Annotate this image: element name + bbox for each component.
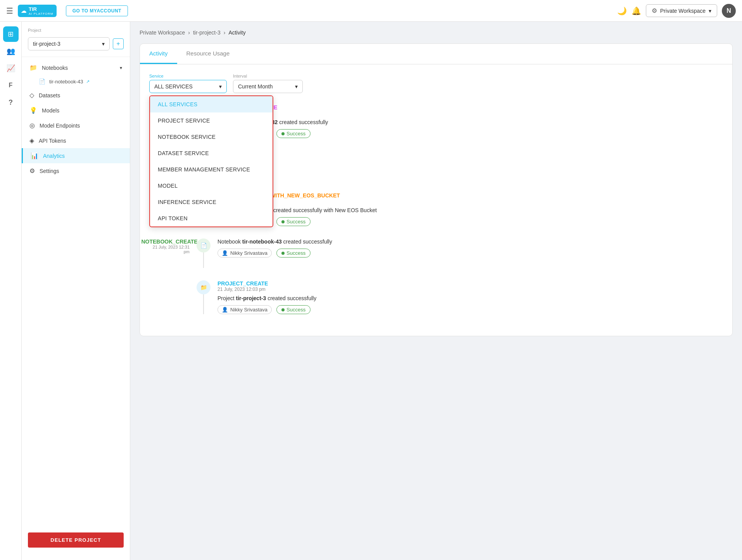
service-filter-value: ALL SERVICES — [154, 83, 193, 90]
external-link-icon: ↗ — [86, 79, 90, 84]
settings-icon: ⚙ — [29, 167, 35, 175]
breadcrumb-current: Activity — [228, 29, 245, 36]
tab-resource-usage[interactable]: Resource Usage — [177, 44, 239, 64]
timeline-line-project — [203, 294, 204, 314]
logo-subtitle: AI PLATFORM — [29, 12, 53, 16]
analytics-nav-icon: 📊 — [31, 152, 38, 159]
notebook-event-date-left: 21 July, 2023 12:31 pm — [149, 245, 190, 254]
dropdown-item-api-token[interactable]: API TOKEN — [150, 210, 273, 226]
nav-item-models[interactable]: 💡 Models — [22, 103, 130, 118]
service-filter-select[interactable]: ALL SERVICES ▾ — [149, 80, 227, 93]
content-card: Activity Resource Usage Service ALL SERV… — [140, 43, 733, 336]
timeline-entry-project: 📁 PROJECT_CREATE 21 July, 2023 12:03 pm … — [149, 280, 723, 314]
nav-item-api-tokens[interactable]: ◈ API Tokens — [22, 133, 130, 148]
logo-icon: ☁ — [21, 8, 26, 14]
header: ☰ ☁ TIR AI PLATFORM GO TO MYACCOUNT 🌙 🔔 … — [0, 0, 742, 22]
menu-icon[interactable]: ☰ — [6, 6, 13, 16]
nav-item-notebooks[interactable]: 📁 Notebooks ▾ — [22, 60, 130, 75]
project-user-name: Nikky Srivastava — [230, 307, 267, 313]
nav-section: 📁 Notebooks ▾ 📄 tir-notebook-43 ↗ ◇ Data… — [22, 57, 130, 526]
timeline-right-dataset: DATASET_CREATE_WITH_NEW_EOS_BUCKET 21 Ju… — [211, 192, 723, 226]
avatar[interactable]: N — [722, 4, 736, 18]
model-endpoints-label: Model Endpoints — [40, 123, 80, 129]
service-filter-group: Service ALL SERVICES ▾ — [149, 74, 227, 93]
dropdown-item-all[interactable]: ALL SERVICES — [150, 96, 273, 112]
notebook-file-icon: 📄 — [39, 78, 45, 85]
dropdown-item-member[interactable]: MEMBER MANAGEMENT SERVICE — [150, 161, 273, 178]
api-status-text: Success — [286, 131, 305, 137]
api-event-name: API_TOKEN_CREATE — [217, 104, 723, 111]
service-filter-label: Service — [149, 74, 227, 78]
dropdown-item-inference[interactable]: INFERENCE SERVICE — [150, 194, 273, 210]
notification-button[interactable]: 🔔 — [632, 6, 641, 16]
settings-label: Settings — [40, 168, 59, 174]
datasets-icon: ◇ — [29, 92, 34, 99]
sidebar-icon-f[interactable]: F — [3, 78, 19, 93]
dataset-status-text: Success — [286, 219, 305, 225]
delete-project-button[interactable]: DELETE PROJECT — [28, 532, 124, 548]
interval-filter-value: Current Month — [238, 83, 273, 90]
api-tokens-label: API Tokens — [39, 138, 66, 144]
logo-box: ☁ TIR AI PLATFORM — [18, 5, 57, 17]
dropdown-item-dataset[interactable]: DATASET SERVICE — [150, 145, 273, 161]
layout: ⊞ 👥 📈 F ? Project tir-project-3 ▾ + 📁 — [0, 0, 742, 560]
dropdown-item-model[interactable]: MODEL — [150, 178, 273, 194]
notebook-user-name: Nikky Srivastava — [230, 250, 267, 256]
sidebar-icon-help[interactable]: ? — [3, 95, 19, 110]
workspace-icon: ⚙ — [652, 7, 657, 14]
workspace-arrow: ▾ — [709, 8, 711, 14]
timeline-right-api: API_TOKEN_CREATE 21 July, 2023 03:12 pm … — [211, 104, 723, 138]
datasets-label: Datasets — [39, 92, 60, 99]
project-dropdown[interactable]: tir-project-3 ▾ — [28, 37, 110, 50]
sub-nav-notebook-43[interactable]: 📄 tir-notebook-43 ↗ — [22, 75, 130, 88]
notebook-event-meta: 👤 Nikky Srivastava Success — [217, 249, 723, 258]
nav-item-model-endpoints[interactable]: ◎ Model Endpoints — [22, 118, 130, 133]
logo-tir: TIR — [29, 6, 53, 12]
project-icon: 📁 — [197, 280, 211, 294]
dataset-status-dot — [281, 220, 285, 223]
timeline-right-project: PROJECT_CREATE 21 July, 2023 12:03 pm Pr… — [211, 280, 723, 314]
go-to-myaccount-button[interactable]: GO TO MYACCOUNT — [66, 5, 128, 16]
dataset-event-date: 21 July, 2023 01:31 pm — [217, 199, 723, 204]
model-endpoints-icon: ◎ — [29, 122, 35, 129]
project-status-text: Success — [286, 307, 305, 313]
dropdown-item-notebook[interactable]: NOTEBOOK SERVICE — [150, 129, 273, 145]
left-sidebar: Project tir-project-3 ▾ + 📁 Notebooks ▾ … — [22, 22, 130, 560]
tab-activity[interactable]: Activity — [140, 44, 177, 64]
nav-item-analytics[interactable]: 📊 Analytics — [22, 148, 130, 163]
sidebar-icon-home[interactable]: ⊞ — [3, 26, 19, 42]
dropdown-item-project[interactable]: PROJECT SERVICE — [150, 112, 273, 129]
project-label: Project — [28, 28, 124, 33]
project-event-date: 21 July, 2023 12:03 pm — [217, 287, 723, 292]
notebooks-arrow: ▾ — [120, 65, 122, 71]
sidebar-icon-users[interactable]: 👥 — [3, 43, 19, 59]
notebooks-icon: 📁 — [29, 64, 37, 71]
nav-item-datasets[interactable]: ◇ Datasets — [22, 88, 130, 103]
breadcrumb-sep-1: › — [188, 29, 190, 36]
breadcrumb-sep-2: › — [224, 29, 226, 36]
timeline-right-model: created successfully Success — [211, 150, 723, 180]
sub-notebook-label: tir-notebook-43 — [49, 79, 83, 85]
project-status-badge: Success — [276, 305, 311, 314]
add-project-button[interactable]: + — [113, 38, 124, 49]
header-right: 🌙 🔔 ⚙ Private Workspace ▾ N — [617, 4, 736, 18]
dataset-status-badge: Success — [276, 217, 311, 226]
project-name: tir-project-3 — [33, 41, 60, 47]
workspace-button[interactable]: ⚙ Private Workspace ▾ — [646, 4, 717, 17]
timeline-left-project — [149, 280, 196, 314]
dark-mode-button[interactable]: 🌙 — [617, 6, 627, 16]
nav-item-settings[interactable]: ⚙ Settings — [22, 163, 130, 178]
breadcrumb: Private Workspace › tir-project-3 › Acti… — [140, 29, 733, 36]
project-event-desc: Project tir-project-3 created successful… — [217, 295, 723, 301]
interval-filter-group: Interval Current Month ▾ — [233, 74, 303, 93]
project-status-dot — [281, 308, 285, 311]
api-event-date: 21 July, 2023 03:12 pm — [217, 111, 723, 116]
dataset-event-desc: Dataset tir-dataset-56 created successfu… — [217, 207, 723, 213]
interval-filter-select[interactable]: Current Month ▾ — [233, 80, 303, 93]
notebook-icon: 📄 — [197, 239, 211, 252]
timeline-right-notebook: Notebook tir-notebook-43 created success… — [211, 239, 723, 268]
project-user-icon: 👤 — [222, 307, 228, 313]
analytics-label: Analytics — [43, 153, 65, 159]
timeline-center-notebook: 📄 — [196, 239, 211, 268]
sidebar-icon-analytics[interactable]: 📈 — [3, 60, 19, 76]
